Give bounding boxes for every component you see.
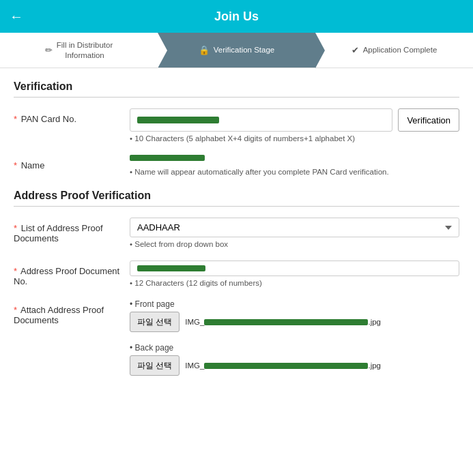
app-header: ← Join Us xyxy=(0,0,473,33)
required-star-list: * xyxy=(14,223,17,233)
address-doc-label: * Address Proof DocumentNo. xyxy=(14,261,123,286)
front-file-row: 파일 선택 IMG_.jpg xyxy=(130,312,459,332)
required-star: * xyxy=(14,114,17,124)
address-section-title: Address Proof Verification xyxy=(14,190,459,202)
step-verification[interactable]: 🔒 Verification Stage xyxy=(158,33,315,68)
front-file-name: IMG_.jpg xyxy=(185,318,381,326)
pan-control-wrap: Verification 10 Characters (5 alphabet X… xyxy=(130,108,459,143)
back-page-label: Back page xyxy=(130,343,459,353)
verification-divider xyxy=(14,97,459,98)
address-list-wrap: AADHAAR PASSPORT VOTER ID DRIVING LICENS… xyxy=(130,218,459,248)
address-list-label: * List of Address ProofDocuments xyxy=(14,218,123,243)
address-list-hint: Select from drop down box xyxy=(130,240,459,248)
progress-steps: ✏ Fill in DistributorInformation 🔒 Verif… xyxy=(0,33,473,68)
attach-docs-wrap: Front page 파일 선택 IMG_.jpg Back page 파일 선… xyxy=(130,299,459,387)
back-file-button[interactable]: 파일 선택 xyxy=(130,355,180,376)
front-page-label: Front page xyxy=(130,299,459,309)
address-doc-wrap: 12 Characters (12 digits of numbers) xyxy=(130,261,459,287)
address-divider xyxy=(14,206,459,207)
step-verification-label: Verification Stage xyxy=(214,45,275,55)
address-proof-select[interactable]: AADHAAR PASSPORT VOTER ID DRIVING LICENS… xyxy=(130,218,459,237)
back-file-row: 파일 선택 IMG_.jpg xyxy=(130,355,459,376)
required-star-attach: * xyxy=(14,305,17,315)
pan-hint: 10 Characters (5 alphabet X+4 digits of … xyxy=(130,134,459,143)
check-icon: ✔ xyxy=(352,45,359,55)
attach-docs-label: * Attach Address ProofDocuments xyxy=(14,299,123,325)
name-hint: Name will appear automatically after you… xyxy=(130,168,459,176)
lock-icon: 🔒 xyxy=(199,45,210,55)
front-file-name-masked xyxy=(204,319,368,325)
front-file-button[interactable]: 파일 선택 xyxy=(130,312,180,332)
back-button[interactable]: ← xyxy=(10,9,23,25)
verification-section-title: Verification xyxy=(14,80,459,93)
name-row: * Name Name will appear automatically af… xyxy=(14,155,459,176)
header-title: Join Us xyxy=(214,10,259,24)
edit-icon: ✏ xyxy=(45,45,53,55)
back-file-name-masked xyxy=(204,363,368,369)
step-complete[interactable]: ✔ Application Complete xyxy=(315,33,473,68)
front-page-section: Front page 파일 선택 IMG_.jpg xyxy=(130,299,459,339)
pan-input-row: Verification xyxy=(130,108,459,132)
address-proof-list-row: * List of Address ProofDocuments AADHAAR… xyxy=(14,218,459,248)
address-section: Address Proof Verification * List of Add… xyxy=(14,190,459,387)
address-doc-no-row: * Address Proof DocumentNo. 12 Character… xyxy=(14,261,459,287)
name-label: * Name xyxy=(14,155,123,170)
pan-card-row: * PAN Card No. Verification 10 Character… xyxy=(14,108,459,143)
pan-masked-value xyxy=(137,117,219,123)
back-file-name: IMG_.jpg xyxy=(185,361,381,370)
verify-button[interactable]: Verification xyxy=(398,108,459,132)
main-content: Verification * PAN Card No. Verification… xyxy=(0,68,473,411)
name-masked-value xyxy=(130,155,205,161)
step-complete-label: Application Complete xyxy=(363,45,438,55)
address-doc-input[interactable] xyxy=(130,261,459,276)
attach-docs-row: * Attach Address ProofDocuments Front pa… xyxy=(14,299,459,387)
address-doc-hint: 12 Characters (12 digits of numbers) xyxy=(130,279,459,287)
required-star-doc: * xyxy=(14,266,17,276)
pan-label: * PAN Card No. xyxy=(14,108,123,124)
step-distributor-label: Fill in DistributorInformation xyxy=(57,40,113,61)
pan-input[interactable] xyxy=(130,108,392,132)
back-page-section: Back page 파일 선택 IMG_.jpg xyxy=(130,343,459,383)
doc-no-masked-value xyxy=(137,265,205,271)
step-distributor[interactable]: ✏ Fill in DistributorInformation xyxy=(0,33,158,68)
required-star-name: * xyxy=(14,160,17,170)
name-control-wrap: Name will appear automatically after you… xyxy=(130,155,459,176)
